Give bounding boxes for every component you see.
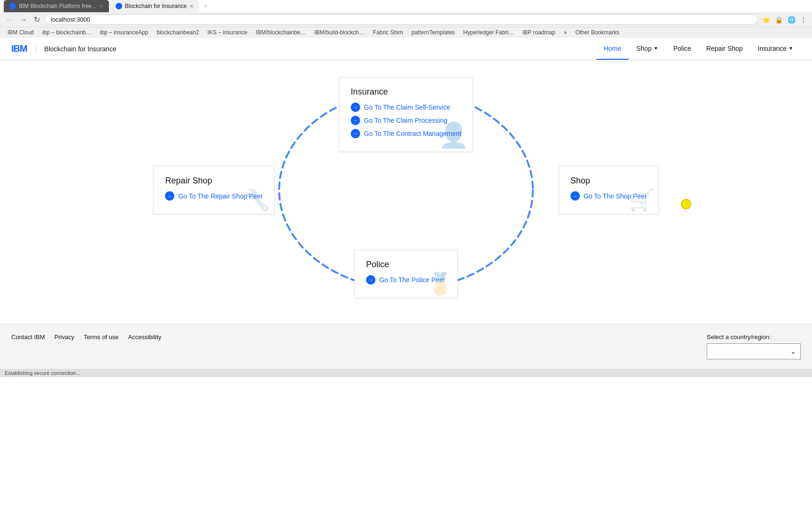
- bookmark-ibm-cloud[interactable]: IBM Cloud: [4, 28, 38, 37]
- nav-shop[interactable]: Shop ▼: [629, 38, 666, 60]
- bookmark-more[interactable]: »: [560, 28, 571, 37]
- header-divider: |: [35, 44, 37, 54]
- ibm-logo: IBM: [11, 43, 27, 54]
- footer-contact[interactable]: Contact IBM: [11, 333, 45, 341]
- tab-label-1: IBM Blockchain Platform free...: [19, 3, 96, 9]
- arrow-icon-claim-self: →: [351, 103, 360, 112]
- diagram-area: Insurance → Go To The Claim Self-Service…: [11, 68, 801, 312]
- footer-links: Contact IBM Privacy Terms of use Accessi…: [11, 333, 161, 341]
- arrow-icon-shop: →: [570, 191, 580, 201]
- tab-close-2[interactable]: ✕: [189, 3, 194, 9]
- tab-close-1[interactable]: ✕: [99, 3, 103, 9]
- repair-shop-title: Repair Shop: [165, 176, 263, 186]
- country-selector-label: Select a country/region:: [707, 333, 801, 341]
- link-claim-self-service[interactable]: → Go To The Claim Self-Service: [351, 103, 461, 112]
- footer-terms[interactable]: Terms of use: [84, 333, 118, 341]
- cursor-dot: [682, 200, 690, 208]
- tab-bar: IBM Blockchain Platform free... ✕ Blockc…: [0, 0, 812, 12]
- police-title: Police: [366, 260, 446, 270]
- bookmark-iks[interactable]: IKS – insurance: [204, 28, 251, 37]
- status-bar: Establishing secure connection...: [0, 369, 812, 377]
- status-text: Establishing secure connection...: [5, 370, 80, 376]
- arrow-icon-police: →: [366, 275, 375, 285]
- nav-police[interactable]: Police: [666, 38, 699, 60]
- app-header: IBM | Blockchain for Insurance Home Shop…: [0, 38, 812, 60]
- card-insurance: Insurance → Go To The Claim Self-Service…: [339, 77, 473, 152]
- bookmark-pattern[interactable]: patternTemplates: [408, 28, 459, 37]
- extension-icon-1[interactable]: ⭐: [761, 15, 772, 24]
- footer-privacy[interactable]: Privacy: [55, 333, 75, 341]
- nav-insurance[interactable]: Insurance ▼: [750, 38, 801, 60]
- extension-icon-2[interactable]: 🔒: [773, 15, 784, 24]
- link-repair-shop-peer[interactable]: → Go To The Repair Shop Peer: [165, 191, 263, 201]
- bookmark-blockchainbean[interactable]: blockchainbean2: [153, 28, 203, 37]
- card-police: Police → Go To The Police Peer 🏅: [354, 250, 458, 298]
- card-repair-shop: Repair Shop → Go To The Repair Shop Peer…: [153, 166, 274, 214]
- tab-blockchain-insurance[interactable]: Blockchain for Insurance ✕: [110, 0, 199, 12]
- insurance-title: Insurance: [351, 87, 461, 97]
- back-button[interactable]: ←: [4, 15, 15, 25]
- bookmark-ibp-blockchain[interactable]: ibp – blockchainb…: [39, 28, 95, 37]
- browser-chrome: IBM Blockchain Platform free... ✕ Blockc…: [0, 0, 812, 38]
- bookmark-ibp-roadmap[interactable]: IBP roadmap: [519, 28, 559, 37]
- country-selector-area: Select a country/region: United States U…: [707, 333, 801, 359]
- reload-button[interactable]: ↻: [32, 14, 42, 25]
- bookmark-other[interactable]: Other Bookmarks: [571, 28, 623, 37]
- link-shop-peer[interactable]: → Go To The Shop Peer: [570, 191, 647, 201]
- bookmark-hyperledger[interactable]: Hyperledger Fabri…: [460, 28, 518, 37]
- tab-favicon-1: [9, 3, 16, 9]
- footer-accessibility[interactable]: Accessibility: [128, 333, 162, 341]
- address-input[interactable]: [45, 14, 758, 25]
- shop-dropdown-icon: ▼: [654, 46, 658, 51]
- footer: Contact IBM Privacy Terms of use Accessi…: [0, 324, 812, 369]
- card-shop: Shop → Go To The Shop Peer 🛒: [559, 166, 659, 214]
- country-select[interactable]: United States United Kingdom Germany: [707, 343, 801, 359]
- country-select-wrap: United States United Kingdom Germany: [707, 343, 801, 359]
- tab-ibm-blockchain[interactable]: IBM Blockchain Platform free... ✕: [4, 0, 109, 12]
- nav-repair-shop[interactable]: Repair Shop: [699, 38, 750, 60]
- nav-home[interactable]: Home: [596, 38, 629, 60]
- main-content: Insurance → Go To The Claim Self-Service…: [0, 60, 812, 324]
- browser-actions: ⭐ 🔒 🌐 ⋮: [761, 15, 808, 24]
- shop-title: Shop: [570, 176, 647, 186]
- arrow-icon-contract: →: [351, 129, 360, 138]
- address-bar-row: ← → ↻ ⭐ 🔒 🌐 ⋮: [0, 12, 812, 27]
- header-nav: Home Shop ▼ Police Repair Shop Insurance…: [596, 38, 801, 60]
- arrow-icon-claim-proc: →: [351, 116, 360, 125]
- bookmarks-bar: IBM Cloud ibp – blockchainb… ibp – insur…: [0, 27, 812, 38]
- link-claim-processing[interactable]: → Go To The Claim Processing: [351, 116, 461, 125]
- bookmark-fabric-shim[interactable]: Fabric Shim: [369, 28, 407, 37]
- tab-favicon-2: [116, 3, 122, 9]
- link-police-peer[interactable]: → Go To The Police Peer: [366, 275, 446, 285]
- link-contract-management[interactable]: → Go To The Contract Management: [351, 129, 461, 138]
- bookmark-ibm-build[interactable]: IBM/build-blockch…: [311, 28, 368, 37]
- extension-icon-3[interactable]: 🌐: [786, 15, 797, 24]
- bookmark-ibm-blockchain-be[interactable]: IBM/blockchainbe…: [252, 28, 310, 37]
- more-button[interactable]: ⋮: [799, 15, 808, 24]
- tab-label-2: Blockchain for Insurance: [125, 3, 187, 9]
- new-tab-button[interactable]: +: [200, 1, 211, 11]
- insurance-dropdown-icon: ▼: [789, 46, 793, 51]
- bookmark-ibp-insurance[interactable]: ibp – insuranceApp: [96, 28, 152, 37]
- arrow-icon-repair: →: [165, 191, 174, 201]
- forward-button[interactable]: →: [18, 15, 29, 25]
- app-brand-header: Blockchain for Insurance: [44, 45, 116, 53]
